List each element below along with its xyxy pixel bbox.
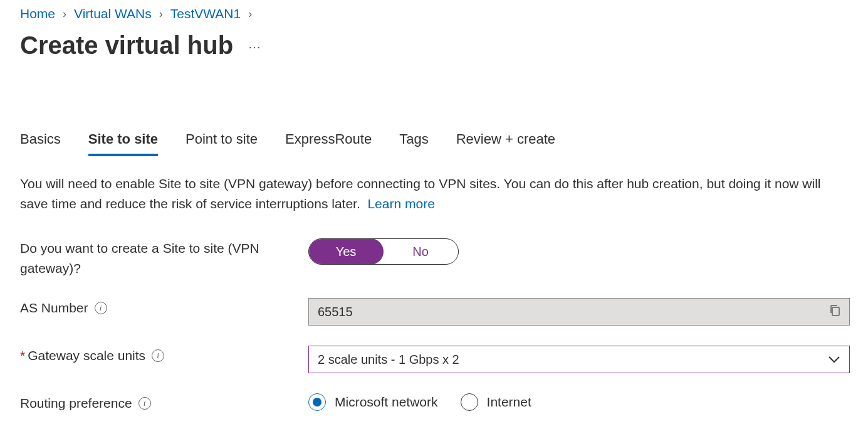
breadcrumb-home[interactable]: Home xyxy=(20,6,55,21)
routing-option-label: Internet xyxy=(487,395,531,410)
page-title: Create virtual hub xyxy=(20,31,233,60)
routing-preference-radio-group: Microsoft network Internet xyxy=(308,393,848,411)
breadcrumb: Home › Virtual WANs › TestVWAN1 › xyxy=(20,6,848,21)
tab-tags[interactable]: Tags xyxy=(399,131,428,156)
create-gateway-toggle[interactable]: Yes No xyxy=(308,238,459,265)
scale-units-label: Gateway scale units xyxy=(28,346,145,366)
scale-units-dropdown[interactable]: 2 scale units - 1 Gbps x 2 xyxy=(308,346,850,373)
svg-rect-0 xyxy=(832,307,839,316)
copy-icon[interactable] xyxy=(829,304,840,320)
tab-expressroute[interactable]: ExpressRoute xyxy=(285,131,372,156)
chevron-down-icon xyxy=(828,353,840,366)
breadcrumb-virtual-wans[interactable]: Virtual WANs xyxy=(74,6,152,21)
routing-option-internet[interactable]: Internet xyxy=(461,393,531,411)
tab-site-to-site[interactable]: Site to site xyxy=(88,131,158,156)
toggle-no[interactable]: No xyxy=(383,239,458,264)
required-asterisk: * xyxy=(20,346,25,366)
as-number-value: 65515 xyxy=(318,305,353,319)
tab-point-to-site[interactable]: Point to site xyxy=(186,131,258,156)
tabs: Basics Site to site Point to site Expres… xyxy=(20,131,848,156)
routing-option-label: Microsoft network xyxy=(335,395,438,410)
create-gateway-label: Do you want to create a Site to site (VP… xyxy=(20,238,308,278)
tab-description: You will need to enable Site to site (VP… xyxy=(20,174,848,213)
radio-icon-checked xyxy=(308,393,326,411)
scale-units-value: 2 scale units - 1 Gbps x 2 xyxy=(318,353,459,367)
as-number-label: AS Number xyxy=(20,298,88,318)
routing-preference-label: Routing preference xyxy=(20,393,132,413)
chevron-right-icon: › xyxy=(63,8,66,21)
more-actions-icon[interactable]: ⋯ xyxy=(248,40,263,55)
chevron-right-icon: › xyxy=(248,8,252,21)
toggle-yes[interactable]: Yes xyxy=(308,238,384,265)
info-icon[interactable]: i xyxy=(139,397,151,410)
as-number-field: 65515 xyxy=(308,298,850,326)
info-icon[interactable]: i xyxy=(95,302,107,314)
radio-icon-unchecked xyxy=(461,393,478,411)
learn-more-link[interactable]: Learn more xyxy=(367,196,434,211)
chevron-right-icon: › xyxy=(159,8,163,21)
breadcrumb-testvwan1[interactable]: TestVWAN1 xyxy=(170,6,241,21)
routing-option-microsoft-network[interactable]: Microsoft network xyxy=(308,393,438,411)
tab-review-create[interactable]: Review + create xyxy=(456,131,555,156)
info-icon[interactable]: i xyxy=(152,349,164,362)
tab-basics[interactable]: Basics xyxy=(20,131,61,156)
